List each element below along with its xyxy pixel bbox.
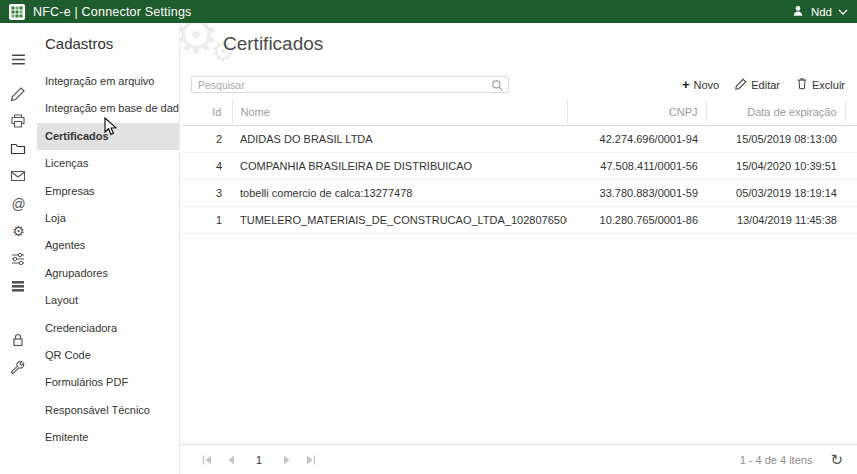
sidebar-item-emitente[interactable]: Emitente: [37, 424, 179, 451]
table-row[interactable]: 1 TUMELERO_MATERIAIS_DE_CONSTRUCAO_LTDA_…: [181, 206, 857, 233]
lock-icon[interactable]: [10, 332, 27, 349]
menu-icon[interactable]: [10, 51, 27, 68]
column-header-expiracao[interactable]: Data de expiração: [706, 100, 845, 125]
excluir-button[interactable]: Excluir: [796, 77, 845, 92]
cell-nome: tobelli comercio de calca:13277478: [232, 179, 567, 206]
sidebar-items: Integração em arquivo Integração em base…: [37, 68, 179, 451]
cell-expiracao: 15/05/2019 08:13:00: [706, 125, 845, 152]
sidebar-item-integracao-arquivo[interactable]: Integração em arquivo: [37, 68, 179, 95]
sidebar-item-loja[interactable]: Loja: [37, 205, 179, 232]
page-title: Certificados: [223, 33, 323, 55]
cell-nome: ADIDAS DO BRASIL LTDA: [232, 125, 567, 152]
pen-icon[interactable]: [10, 86, 27, 103]
at-icon[interactable]: @: [10, 196, 27, 213]
pager-nav: 1: [201, 454, 317, 466]
certificates-table: Id Nome CNPJ Data de expiração 2 ADIDAS …: [181, 100, 857, 234]
main-content: ⚙⚙ Certificados + Novo Editar: [181, 23, 857, 474]
cell-id: 1: [181, 206, 232, 233]
sidebar-item-responsavel-tecnico[interactable]: Responsável Técnico: [37, 397, 179, 424]
trash-icon: [796, 77, 808, 92]
chevron-down-icon: [838, 6, 848, 18]
folder-icon[interactable]: [10, 141, 27, 158]
layout-icon[interactable]: [10, 278, 27, 295]
sidebar-item-formularios-pdf[interactable]: Formulários PDF: [37, 369, 179, 396]
pager-right: 1 - 4 de 4 itens ↻: [740, 452, 843, 467]
next-page-icon[interactable]: [281, 454, 293, 466]
search-box[interactable]: [191, 76, 509, 93]
sidebar-item-licencas[interactable]: Licenças: [37, 150, 179, 177]
sidebar-icon-strip: @ ⚙: [0, 23, 37, 474]
table-row[interactable]: 3 tobelli comercio de calca:13277478 33.…: [181, 179, 857, 206]
user-menu[interactable]: Ndd: [791, 4, 848, 20]
mail-icon[interactable]: [10, 168, 27, 185]
pagination-bar: 1 1 - 4 de 4 itens ↻: [181, 444, 857, 474]
app-title: NFC-e | Connector Settings: [33, 5, 192, 19]
cell-id: 3: [181, 179, 232, 206]
sidebar-menu: Cadastros Integração em arquivo Integraç…: [37, 23, 180, 474]
cell-cnpj: 33.780.883/0001-59: [567, 179, 706, 206]
column-header-id[interactable]: Id: [181, 100, 232, 125]
cell-expiracao: 13/04/2019 11:45:38: [706, 206, 845, 233]
cell-cnpj: 47.508.411/0001-56: [567, 152, 706, 179]
sidebar-item-empresas[interactable]: Empresas: [37, 178, 179, 205]
top-bar: NFC-e | Connector Settings Ndd: [0, 0, 857, 23]
sidebar-item-qrcode[interactable]: QR Code: [37, 342, 179, 369]
grid-controls: + Novo Editar Excluir: [191, 76, 845, 94]
prev-page-icon[interactable]: [225, 454, 237, 466]
cell-filler: [845, 206, 857, 233]
sidebar-item-agrupadores[interactable]: Agrupadores: [37, 260, 179, 287]
gear-icon[interactable]: ⚙: [10, 223, 27, 240]
sidebar-item-integracao-base[interactable]: Integração em base de dados: [37, 95, 179, 122]
cell-filler: [845, 125, 857, 152]
column-header-filler: [845, 100, 857, 125]
cell-filler: [845, 152, 857, 179]
user-icon: [791, 4, 805, 20]
cell-cnpj: 42.274.696/0001-94: [567, 125, 706, 152]
cell-expiracao: 05/03/2019 18:19:14: [706, 179, 845, 206]
column-header-nome[interactable]: Nome: [232, 100, 567, 125]
sidebar-title: Cadastros: [37, 23, 179, 62]
current-page[interactable]: 1: [249, 454, 269, 466]
first-page-icon[interactable]: [201, 454, 213, 466]
search-icon[interactable]: [491, 79, 504, 94]
refresh-icon[interactable]: ↻: [830, 452, 843, 467]
user-name: Ndd: [811, 6, 832, 18]
excluir-label: Excluir: [812, 79, 845, 91]
sidebar-item-credenciadora[interactable]: Credenciadora: [37, 315, 179, 342]
cell-cnpj: 10.280.765/0001-86: [567, 206, 706, 233]
search-input[interactable]: [192, 77, 488, 92]
table-header-row: Id Nome CNPJ Data de expiração: [181, 100, 857, 125]
certificates-grid: Id Nome CNPJ Data de expiração 2 ADIDAS …: [181, 100, 857, 234]
cell-nome: TUMELERO_MATERIAIS_DE_CONSTRUCAO_LTDA_10…: [232, 206, 567, 233]
pager-info: 1 - 4 de 4 itens: [740, 454, 813, 466]
wrench-icon[interactable]: [10, 360, 27, 377]
sidebar-item-agentes[interactable]: Agentes: [37, 232, 179, 259]
sliders-icon[interactable]: [10, 251, 27, 268]
editar-label: Editar: [751, 79, 780, 91]
cell-nome: COMPANHIA BRASILEIRA DE DISTRIBUICAO: [232, 152, 567, 179]
editar-button[interactable]: Editar: [735, 78, 780, 92]
plus-icon: +: [682, 78, 690, 91]
last-page-icon[interactable]: [305, 454, 317, 466]
cell-id: 2: [181, 125, 232, 152]
cell-filler: [845, 179, 857, 206]
column-header-cnpj[interactable]: CNPJ: [567, 100, 706, 125]
table-row[interactable]: 2 ADIDAS DO BRASIL LTDA 42.274.696/0001-…: [181, 125, 857, 152]
toolbar: + Novo Editar Excluir: [682, 77, 845, 92]
novo-label: Novo: [694, 79, 720, 91]
sidebar-item-certificados[interactable]: Certificados: [37, 123, 179, 150]
table-row[interactable]: 4 COMPANHIA BRASILEIRA DE DISTRIBUICAO 4…: [181, 152, 857, 179]
ndd-logo-icon: [9, 4, 25, 20]
cell-expiracao: 15/04/2020 10:39:51: [706, 152, 845, 179]
edit-icon: [735, 78, 747, 92]
printer-icon[interactable]: [10, 113, 27, 130]
cell-id: 4: [181, 152, 232, 179]
novo-button[interactable]: + Novo: [682, 78, 719, 91]
sidebar-item-layout[interactable]: Layout: [37, 287, 179, 314]
